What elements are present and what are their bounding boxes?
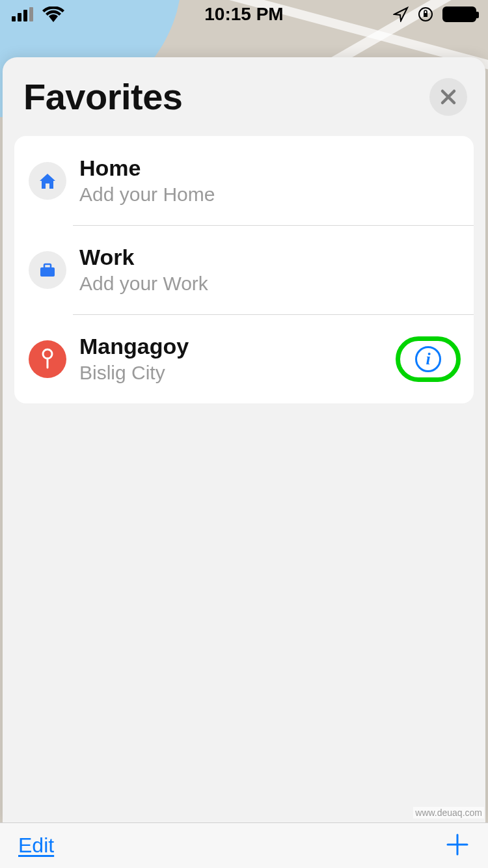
- favorite-row-home[interactable]: Home Add your Home: [14, 136, 474, 225]
- favorite-subtitle: Add your Work: [79, 273, 461, 295]
- orientation-lock-icon: [418, 7, 433, 22]
- pin-icon: [29, 340, 66, 378]
- add-button[interactable]: [445, 830, 470, 862]
- bottom-toolbar: Edit: [0, 822, 488, 868]
- edit-button[interactable]: Edit: [18, 834, 54, 858]
- favorite-text: Home Add your Home: [79, 156, 461, 206]
- location-arrow-icon: [393, 7, 409, 22]
- favorite-title: Home: [79, 156, 461, 181]
- svg-rect-3: [44, 264, 51, 268]
- favorite-row-work[interactable]: Work Add your Work: [14, 225, 474, 314]
- status-bar: 10:15 PM: [0, 0, 488, 29]
- favorites-sheet: Favorites Home Add your Home Work Add yo…: [3, 57, 485, 822]
- info-wrap: i: [396, 346, 461, 372]
- cellular-signal-icon: [12, 7, 33, 21]
- plus-icon: [445, 832, 470, 857]
- svg-rect-1: [424, 13, 427, 17]
- briefcase-icon: [29, 251, 66, 289]
- watermark: www.deuaq.com: [413, 807, 484, 819]
- home-icon: [29, 162, 66, 200]
- annotation-highlight: [396, 336, 461, 382]
- favorite-title: Work: [79, 245, 461, 270]
- favorite-text: Work Add your Work: [79, 245, 461, 295]
- favorite-subtitle: Add your Home: [79, 183, 461, 206]
- page-title: Favorites: [23, 75, 183, 118]
- favorite-title: Mangagoy: [79, 334, 396, 359]
- wifi-icon: [42, 7, 64, 22]
- close-button[interactable]: [429, 78, 467, 116]
- sheet-header: Favorites: [3, 57, 485, 132]
- status-time: 10:15 PM: [204, 4, 283, 25]
- status-left: [12, 7, 64, 22]
- favorite-row-mangagoy[interactable]: Mangagoy Bislig City i: [14, 314, 474, 403]
- svg-point-4: [43, 349, 52, 359]
- battery-icon: [442, 7, 476, 22]
- favorites-list: Home Add your Home Work Add your Work Ma…: [14, 136, 474, 403]
- favorite-text: Mangagoy Bislig City: [79, 334, 396, 384]
- close-icon: [440, 88, 457, 105]
- status-right: [393, 7, 476, 22]
- favorite-subtitle: Bislig City: [79, 362, 396, 384]
